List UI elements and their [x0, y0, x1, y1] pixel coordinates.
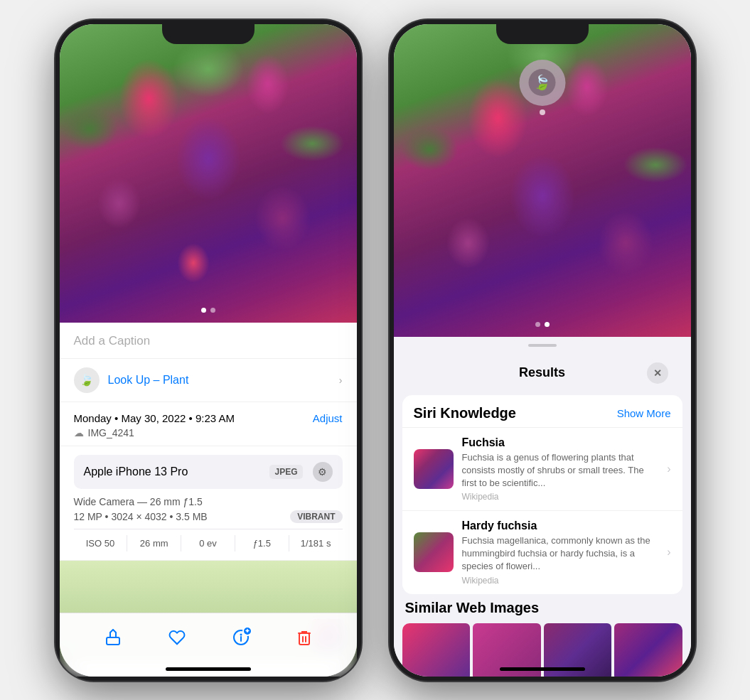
svg-rect-0 [107, 637, 119, 645]
exif-aperture: ƒ1.5 [235, 535, 289, 551]
cloud-icon: ☁ [74, 427, 84, 438]
show-more-button[interactable]: Show More [617, 407, 671, 419]
hardy-fuchsia-desc: Fuchsia magellanica, commonly known as t… [462, 534, 659, 574]
leaf-icon: 🍃 [80, 373, 94, 387]
favorite-button[interactable] [168, 629, 186, 646]
siri-lookup-button[interactable]: 🍃 [519, 60, 565, 106]
device-section: Apple iPhone 13 Pro JPEG ⚙ Wide Camera —… [60, 446, 357, 561]
siri-knowledge-header: Siri Knowledge Show More [402, 395, 682, 427]
siri-dot [540, 109, 545, 115]
exif-ev: 0 ev [181, 535, 235, 551]
gear-icon: ⚙ [313, 462, 333, 482]
right-photo-area: 🍃 [394, 24, 691, 337]
exif-focal: 26 mm [127, 535, 181, 551]
close-button[interactable]: ✕ [647, 362, 668, 384]
exif-iso: ISO 50 [74, 535, 128, 551]
file-info: 12 MP • 3024 × 4032 • 3.5 MB [74, 511, 208, 522]
siri-knowledge-title: Siri Knowledge [414, 405, 516, 421]
right-phone: 🍃 Results ✕ Siri Know [390, 20, 695, 681]
similar-image-4[interactable] [614, 623, 682, 677]
hardy-fuchsia-name: Hardy fuchsia [462, 519, 659, 532]
page-indicator [201, 308, 215, 313]
device-row[interactable]: Apple iPhone 13 Pro JPEG ⚙ [74, 455, 343, 489]
delete-button[interactable] [296, 629, 312, 646]
similar-section: Similar Web Images [402, 600, 682, 677]
left-screen: Add a Caption 🍃 Look Up – Plant › Monday… [60, 24, 357, 677]
siri-leaf-icon: 🍃 [529, 69, 556, 96]
fuchsia-name: Fuchsia [462, 436, 659, 449]
left-photo-area[interactable] [60, 24, 357, 323]
exif-row: ISO 50 26 mm 0 ev ƒ1.5 1/181 s [74, 529, 343, 551]
caption-area[interactable]: Add a Caption [60, 323, 357, 359]
caption-placeholder: Add a Caption [74, 334, 151, 348]
fuchsia-desc: Fuchsia is a genus of flowering plants t… [462, 451, 659, 490]
fuchsia-chevron-icon: › [667, 463, 670, 475]
chevron-right-icon: › [339, 375, 343, 386]
lookup-label: Look Up – Plant [108, 374, 189, 387]
hardy-fuchsia-thumbnail [414, 532, 454, 572]
hardy-fuchsia-item[interactable]: Hardy fuchsia Fuchsia magellanica, commo… [402, 510, 682, 594]
similar-image-1[interactable] [402, 623, 471, 677]
file-row: 12 MP • 3024 × 4032 • 3.5 MB VIBRANT [74, 510, 343, 523]
fuchsia-content: Fuchsia Fuchsia is a genus of flowering … [462, 436, 659, 502]
device-name: Apple iPhone 13 Pro [84, 465, 188, 478]
vibrant-badge: VIBRANT [290, 510, 342, 523]
device-badges: JPEG ⚙ [269, 462, 332, 482]
metadata-section: Monday • May 30, 2022 • 9:23 AM Adjust ☁… [60, 402, 357, 446]
camera-info: Wide Camera — 26 mm ƒ1.5 [74, 496, 343, 507]
right-home-indicator [500, 667, 585, 671]
notch [162, 20, 255, 44]
results-header: Results ✕ [405, 355, 680, 389]
lookup-icon-circle: 🍃 [74, 367, 100, 393]
right-page-indicator [535, 322, 550, 327]
hardy-fuchsia-content: Hardy fuchsia Fuchsia magellanica, commo… [462, 519, 659, 586]
fuchsia-item[interactable]: Fuchsia Fuchsia is a genus of flowering … [402, 427, 682, 511]
siri-knowledge-card: Siri Knowledge Show More Fuchsia Fuchsia… [402, 395, 682, 594]
hardy-fuchsia-source: Wikipedia [462, 576, 659, 586]
share-button[interactable] [105, 629, 122, 646]
jpeg-badge: JPEG [269, 465, 302, 479]
date-text: Monday • May 30, 2022 • 9:23 AM [74, 412, 235, 424]
svg-rect-4 [299, 633, 309, 645]
results-title: Results [438, 365, 647, 380]
fuchsia-thumbnail [414, 449, 454, 489]
info-button[interactable]: ✦ [232, 629, 250, 646]
right-notch [496, 20, 589, 44]
similar-title: Similar Web Images [402, 600, 682, 616]
drag-handle [528, 344, 557, 347]
filename: IMG_4241 [88, 427, 134, 438]
hardy-fuchsia-chevron-icon: › [667, 546, 670, 559]
results-panel: Results ✕ Siri Knowledge Show More Fuchs… [394, 337, 691, 677]
flower-image [60, 24, 357, 323]
right-screen: 🍃 Results ✕ Siri Know [394, 24, 691, 677]
left-phone: Add a Caption 🍃 Look Up – Plant › Monday… [55, 20, 361, 681]
exif-shutter: 1/181 s [289, 535, 343, 551]
lookup-row[interactable]: 🍃 Look Up – Plant › [60, 359, 357, 402]
fuchsia-source: Wikipedia [462, 492, 659, 502]
home-indicator [166, 667, 251, 671]
adjust-button[interactable]: Adjust [313, 412, 343, 424]
